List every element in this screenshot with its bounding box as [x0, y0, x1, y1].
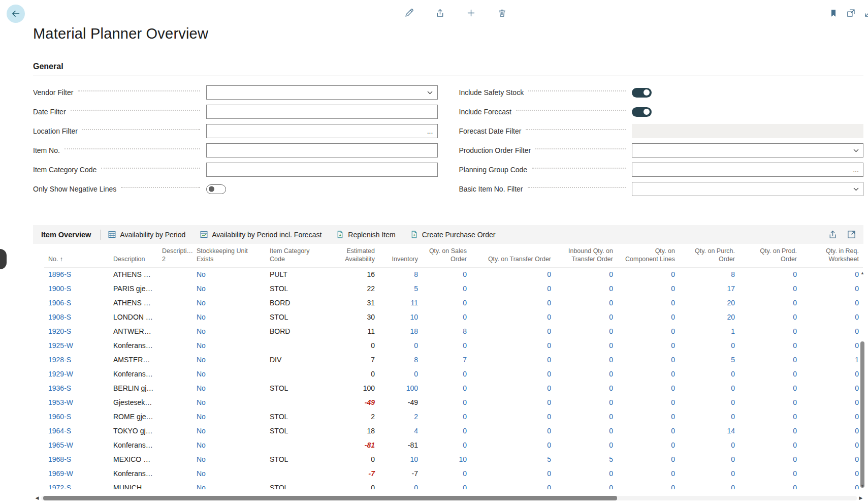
cell-sku_exists[interactable]: No — [192, 353, 266, 367]
column-header-inventory[interactable]: Inventory — [379, 244, 422, 267]
cell-inventory[interactable]: 11 — [379, 296, 422, 310]
cell-qty_req[interactable]: 0 — [801, 267, 863, 281]
column-header-inbound_transfer[interactable]: Inbound Qty. on Transfer Order — [555, 244, 617, 267]
cell-qty_sales[interactable]: 0 — [422, 466, 471, 481]
cell-no[interactable]: 1972-S — [44, 481, 109, 489]
cell-qty_component[interactable]: 0 — [617, 267, 679, 281]
column-header-qty_component[interactable]: Qty. on Component Lines — [617, 244, 679, 267]
cell-inbound_transfer[interactable]: 0 — [555, 310, 617, 324]
cell-qty_req[interactable]: 0 — [801, 324, 863, 338]
cell-qty_purch[interactable]: 0 — [679, 395, 739, 410]
column-header-est_avail[interactable]: Estimated Availability — [326, 244, 379, 267]
include-safety-stock-toggle[interactable] — [632, 88, 652, 98]
cell-qty_component[interactable]: 0 — [617, 424, 679, 438]
cell-sku_exists[interactable]: No — [192, 296, 266, 310]
cell-sku_exists[interactable]: No — [192, 338, 266, 353]
cell-sku_exists[interactable]: No — [192, 381, 266, 395]
table-row[interactable]: 1953-WGjesteseksjo...No-49-490000000 — [44, 395, 863, 410]
cell-inbound_transfer[interactable]: 0 — [555, 267, 617, 281]
cell-qty_prod[interactable]: 0 — [739, 296, 801, 310]
cell-no[interactable]: 1960-S — [44, 410, 109, 424]
cell-qty_prod[interactable]: 0 — [739, 424, 801, 438]
cell-qty_purch[interactable]: 14 — [679, 424, 739, 438]
cell-qty_component[interactable]: 0 — [617, 281, 679, 296]
table-row[interactable]: 1936-SBERLIN gjest...NoSTOL1001000000000 — [44, 381, 863, 395]
cell-no[interactable]: 1928-S — [44, 353, 109, 367]
cell-qty_purch[interactable]: 8 — [679, 267, 739, 281]
cell-qty_purch[interactable]: 17 — [679, 281, 739, 296]
date-filter-input[interactable] — [207, 105, 437, 118]
side-pane-handle[interactable] — [0, 249, 7, 269]
cell-qty_transfer[interactable]: 0 — [471, 381, 555, 395]
cell-qty_transfer[interactable]: 0 — [471, 267, 555, 281]
back-button[interactable] — [7, 5, 25, 23]
cell-qty_prod[interactable]: 0 — [739, 395, 801, 410]
scroll-right-arrow-icon[interactable]: ▶ — [857, 495, 865, 500]
cell-qty_purch[interactable]: 0 — [679, 410, 739, 424]
cell-qty_transfer[interactable]: 0 — [471, 353, 555, 367]
cell-qty_req[interactable]: 0 — [801, 310, 863, 324]
cell-qty_sales[interactable]: 0 — [422, 438, 471, 452]
cell-inventory[interactable]: 100 — [379, 381, 422, 395]
cell-sku_exists[interactable]: No — [192, 438, 266, 452]
cell-qty_transfer[interactable]: 0 — [471, 281, 555, 296]
cell-qty_prod[interactable]: 0 — [739, 281, 801, 296]
cell-qty_prod[interactable]: 0 — [739, 338, 801, 353]
cell-qty_sales[interactable]: 0 — [422, 281, 471, 296]
general-section-heading[interactable]: General — [33, 62, 863, 76]
location-filter-lookup-button[interactable]: ... — [423, 124, 437, 138]
table-row[interactable]: 1925-WKonferanseb...No000000000 — [44, 338, 863, 353]
cell-sku_exists[interactable]: No — [192, 367, 266, 381]
column-header-description[interactable]: Description — [109, 244, 158, 267]
cell-qty_component[interactable]: 0 — [617, 395, 679, 410]
new-button[interactable] — [466, 8, 476, 18]
cell-sku_exists[interactable]: No — [192, 481, 266, 489]
cell-no[interactable]: 1925-W — [44, 338, 109, 353]
cell-qty_purch[interactable]: 1 — [679, 324, 739, 338]
cell-inventory[interactable]: 0 — [379, 367, 422, 381]
cell-qty_purch[interactable]: 20 — [679, 296, 739, 310]
cell-qty_purch[interactable]: 0 — [679, 466, 739, 481]
cell-qty_prod[interactable]: 0 — [739, 481, 801, 489]
cell-qty_req[interactable]: 0 — [801, 438, 863, 452]
cell-no[interactable]: 1929-W — [44, 367, 109, 381]
cell-no[interactable]: 1969-W — [44, 466, 109, 481]
cell-qty_transfer[interactable]: 0 — [471, 395, 555, 410]
item-category-code-input[interactable] — [207, 163, 437, 176]
cell-qty_sales[interactable]: 0 — [422, 395, 471, 410]
share-button[interactable] — [435, 8, 445, 18]
item-no-input[interactable] — [207, 144, 437, 157]
vertical-scroll-thumb[interactable] — [860, 341, 864, 488]
cell-qty_purch[interactable]: 0 — [679, 367, 739, 381]
cell-inventory[interactable]: 8 — [379, 353, 422, 367]
column-header-qty_req[interactable]: Qty. in Req. Worksheet — [801, 244, 863, 267]
cell-qty_component[interactable]: 0 — [617, 452, 679, 466]
cell-qty_sales[interactable]: 0 — [422, 267, 471, 281]
cell-qty_req[interactable]: 0 — [801, 410, 863, 424]
cell-qty_sales[interactable]: 0 — [422, 381, 471, 395]
cell-no[interactable]: 1900-S — [44, 281, 109, 296]
cell-inbound_transfer[interactable]: 0 — [555, 438, 617, 452]
cell-inventory[interactable]: 18 — [379, 324, 422, 338]
column-header-qty_sales[interactable]: Qty. on Sales Order — [422, 244, 471, 267]
cell-no[interactable]: 1965-W — [44, 438, 109, 452]
cell-qty_prod[interactable]: 0 — [739, 438, 801, 452]
availability-by-period-action[interactable]: Availability by Period — [108, 230, 185, 239]
open-in-new-window-button[interactable] — [846, 8, 856, 18]
scroll-up-arrow-icon[interactable]: ▲ — [859, 270, 865, 276]
horizontal-scrollbar[interactable]: ◀ ▶ — [33, 494, 865, 501]
cell-qty_component[interactable]: 0 — [617, 481, 679, 489]
cell-qty_transfer[interactable]: 0 — [471, 324, 555, 338]
cell-qty_sales[interactable]: 0 — [422, 310, 471, 324]
cell-qty_component[interactable]: 0 — [617, 324, 679, 338]
vendor-filter-input[interactable] — [207, 86, 423, 99]
cell-qty_transfer[interactable]: 0 — [471, 296, 555, 310]
planning-group-code-input[interactable] — [632, 163, 849, 176]
horizontal-scroll-thumb[interactable] — [43, 496, 617, 500]
cell-qty_prod[interactable]: 0 — [739, 466, 801, 481]
cell-no[interactable]: 1906-S — [44, 296, 109, 310]
cell-inventory[interactable]: 2 — [379, 410, 422, 424]
cell-inventory[interactable]: 0 — [379, 481, 422, 489]
column-header-description2[interactable]: Descripti… 2 — [158, 244, 192, 267]
share-button[interactable] — [828, 230, 838, 239]
